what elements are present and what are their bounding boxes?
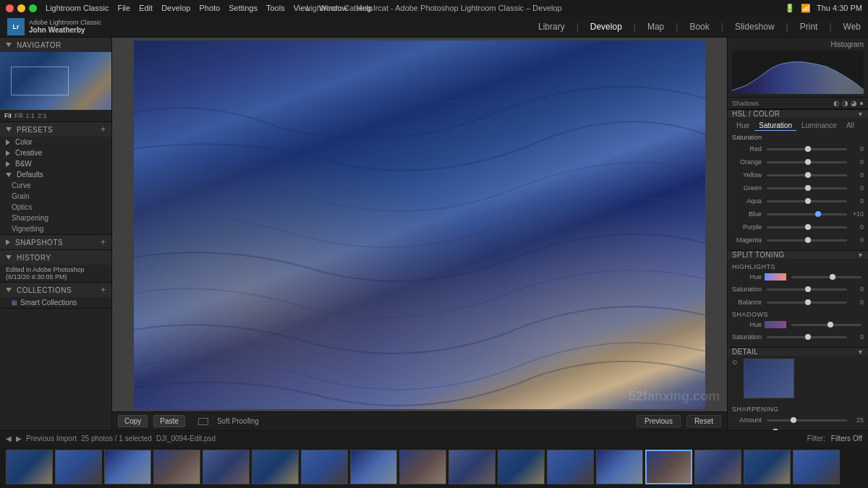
shadows-hue-swatch[interactable] — [765, 321, 786, 328]
traffic-lights[interactable] — [6, 4, 37, 12]
mac-topbar: Lightroom Classic File Edit Develop Phot… — [0, 0, 868, 16]
history-item-0[interactable]: Edited in Adobe Photoshop (6/13/20 4:30:… — [0, 265, 111, 282]
previous-button[interactable]: Previous — [637, 415, 681, 427]
filmstrip-arrow-prev[interactable]: ◀ — [6, 435, 12, 442]
develop-menu[interactable]: Develop — [161, 4, 190, 12]
detail-panel-toggle[interactable]: ▼ — [857, 348, 864, 356]
preset-curve[interactable]: Curve — [0, 180, 111, 191]
module-web[interactable]: Web — [843, 22, 861, 32]
film-thumb-7[interactable] — [350, 450, 397, 484]
film-thumb-14[interactable] — [694, 450, 741, 484]
preset-color[interactable]: Color — [0, 137, 111, 147]
zoom-fill[interactable]: Fill — [14, 112, 23, 119]
presets-header[interactable]: Presets + — [0, 122, 111, 137]
shadows-saturation-track[interactable] — [767, 336, 847, 338]
snapshots-header[interactable]: Snapshots + — [0, 235, 111, 249]
filmstrip-arrow-next[interactable]: ▶ — [16, 435, 22, 442]
preset-sharpening[interactable]: Sharpening — [0, 213, 111, 223]
film-thumb-3[interactable] — [153, 450, 200, 484]
film-thumb-2[interactable] — [104, 450, 151, 484]
film-thumb-4[interactable] — [203, 450, 250, 484]
highlights-hue-track[interactable] — [791, 276, 861, 278]
preset-defaults-group[interactable]: Defaults — [0, 169, 111, 180]
film-thumb-10[interactable] — [498, 450, 545, 484]
balance-track[interactable] — [767, 301, 847, 304]
presets-add-icon[interactable]: + — [101, 124, 106, 134]
slider-orange-track[interactable] — [767, 161, 847, 163]
film-thumb-9[interactable] — [448, 450, 495, 484]
slider-red: Red 0 — [732, 143, 864, 155]
navigator-header[interactable]: Navigator — [0, 38, 111, 52]
slider-red-track[interactable] — [767, 148, 847, 150]
module-library[interactable]: Library — [538, 22, 565, 32]
split-toning-header[interactable]: Split Toning ▼ — [728, 250, 868, 259]
hsl-tab-saturation[interactable]: Saturation — [754, 121, 796, 131]
module-slideshow[interactable]: Slideshow — [735, 22, 775, 32]
photo-menu[interactable]: Photo — [199, 4, 220, 12]
highlights-saturation-track[interactable] — [767, 288, 847, 291]
collections-header[interactable]: Collections + — [0, 283, 111, 297]
film-thumb-0[interactable] — [6, 450, 53, 484]
film-thumb-12[interactable] — [596, 450, 643, 484]
collections-add-icon[interactable]: + — [101, 285, 106, 295]
film-thumb-11[interactable] — [547, 450, 594, 484]
hsl-tab-hue[interactable]: Hue — [732, 121, 754, 131]
preset-bw[interactable]: B&W — [0, 158, 111, 169]
preset-grain[interactable]: Grain — [0, 191, 111, 202]
soft-proofing-label[interactable]: Soft Proofing — [217, 417, 259, 425]
hsl-panel-header[interactable]: HSL / Color ▼ — [728, 109, 868, 118]
slider-yellow-track[interactable] — [767, 174, 847, 176]
tone-icon-2: ◑ — [842, 99, 848, 107]
settings-menu[interactable]: Settings — [229, 4, 258, 12]
film-thumb-6[interactable] — [301, 450, 348, 484]
filmstrip-previous-import[interactable]: Previous Import — [26, 435, 77, 442]
slider-magenta-track[interactable] — [767, 239, 847, 241]
separator: | — [829, 22, 831, 32]
smart-collections-item[interactable]: ⊞ Smart Collections — [0, 297, 111, 308]
preset-creative[interactable]: Creative — [0, 147, 111, 158]
film-thumb-13[interactable] — [645, 450, 692, 484]
zoom-2-1[interactable]: 2:1 — [38, 112, 47, 119]
preset-optics[interactable]: Optics — [0, 202, 111, 213]
zoom-1-1[interactable]: 1:1 — [26, 112, 35, 119]
edit-menu[interactable]: Edit — [139, 4, 153, 12]
filters-off-label[interactable]: Filters Off — [831, 435, 862, 442]
split-toning-toggle[interactable]: ▼ — [857, 252, 864, 259]
film-thumb-5[interactable] — [252, 450, 299, 484]
module-book[interactable]: Book — [689, 22, 709, 32]
lightroom-menu[interactable]: Lightroom Classic — [46, 4, 109, 12]
shadows-hue-track[interactable] — [791, 324, 861, 326]
hsl-tab-luminance[interactable]: Luminance — [797, 121, 841, 131]
film-thumb-15[interactable] — [744, 450, 791, 484]
slider-green-track[interactable] — [767, 187, 847, 189]
file-menu[interactable]: File — [117, 4, 130, 12]
tools-menu[interactable]: Tools — [266, 4, 285, 12]
slider-aqua-track[interactable] — [767, 200, 847, 202]
hsl-tab-all[interactable]: All — [842, 121, 859, 131]
slider-purple-track[interactable] — [767, 226, 847, 228]
highlights-hue-swatch[interactable] — [765, 273, 786, 281]
close-button[interactable] — [6, 4, 14, 12]
history-header[interactable]: History — [0, 250, 111, 265]
filmstrip-thumbnails[interactable] — [0, 447, 868, 488]
module-develop[interactable]: Develop — [590, 22, 622, 32]
module-map[interactable]: Map — [647, 22, 664, 32]
copy-button[interactable]: Copy — [118, 415, 148, 427]
snapshots-add-icon[interactable]: + — [101, 237, 106, 247]
film-thumb-1[interactable] — [55, 450, 102, 484]
zoom-fit[interactable]: Fit — [4, 112, 12, 119]
film-thumb-16[interactable] — [793, 450, 840, 484]
navigator-zoom-bar[interactable]: Fit Fill 1:1 2:1 — [0, 110, 111, 121]
preset-vignetting[interactable]: Vignetting — [0, 223, 111, 234]
sharpening-amount-track[interactable] — [767, 419, 847, 421]
maximize-button[interactable] — [29, 4, 37, 12]
detail-panel-header[interactable]: Detail ▼ — [728, 347, 868, 356]
slider-blue-track[interactable] — [767, 213, 847, 215]
detail-target-icon[interactable]: ⊙ — [732, 359, 741, 366]
hsl-panel-toggle[interactable]: ▼ — [857, 111, 864, 118]
paste-button[interactable]: Paste — [153, 415, 185, 427]
reset-button[interactable]: Reset — [686, 415, 721, 427]
film-thumb-8[interactable] — [399, 450, 446, 484]
minimize-button[interactable] — [17, 4, 25, 12]
module-print[interactable]: Print — [800, 22, 818, 32]
